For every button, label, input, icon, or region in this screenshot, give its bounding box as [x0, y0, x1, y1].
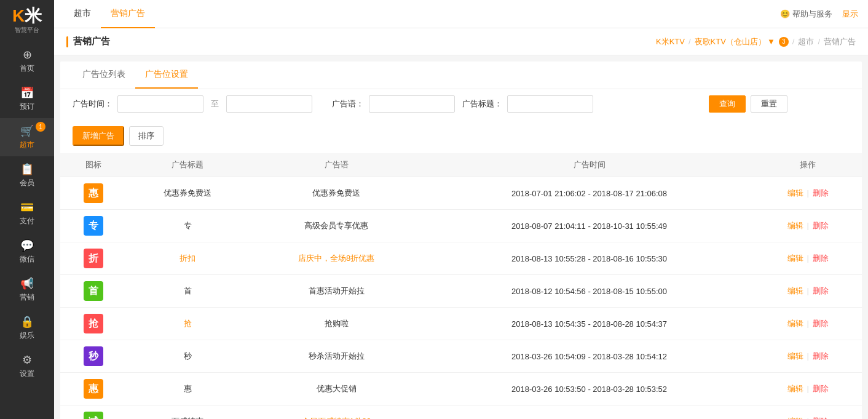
- delete-link-2[interactable]: 删除: [813, 253, 829, 263]
- cell-ops-1: 编辑 | 删除: [754, 210, 862, 242]
- cell-ops-0: 编辑 | 删除: [754, 177, 862, 210]
- tab-marketing-ad[interactable]: 营销广告: [101, 0, 155, 28]
- cell-slogan-5: 秒杀活动开始拉: [248, 340, 425, 373]
- sidebar-item-wechat[interactable]: 💬 微信: [0, 233, 54, 271]
- filter-time-to[interactable]: [226, 95, 312, 113]
- top-nav: 超市 营销广告 😊 帮助与服务 显示: [54, 0, 868, 28]
- table-actions: 新增广告 排序: [60, 119, 862, 153]
- cell-title-4: 抢: [127, 308, 248, 340]
- edit-link-4[interactable]: 编辑: [787, 319, 803, 328]
- filter-title-input[interactable]: [507, 95, 593, 113]
- cell-slogan-7: 今日百威特惠1件88: [248, 405, 425, 420]
- cell-title-0: 优惠券免费送: [127, 177, 248, 210]
- cell-slogan-0: 优惠券免费送: [248, 177, 425, 210]
- delete-link-7[interactable]: 删除: [813, 417, 829, 419]
- table-row: 首 首 首惠活动开始拉 2018-08-12 10:54:56 - 2018-0…: [60, 275, 862, 308]
- sidebar-label-member: 会员: [20, 178, 34, 188]
- cell-title-5: 秒: [127, 340, 248, 373]
- cell-title-1: 专: [127, 210, 248, 242]
- breadcrumb-ktv[interactable]: K米KTV: [656, 36, 685, 47]
- delete-link-5[interactable]: 删除: [813, 351, 829, 361]
- sidebar-item-payment[interactable]: 💳 支付: [0, 194, 54, 233]
- filter-time-from[interactable]: [117, 95, 203, 113]
- sidebar-item-booking[interactable]: 📅 预订: [0, 80, 54, 118]
- tab-supermarket[interactable]: 超市: [64, 0, 101, 28]
- icon-badge-1: 专: [84, 216, 103, 236]
- breadcrumb-store[interactable]: 夜歌KTV（仓山店） ▼: [695, 36, 775, 47]
- top-nav-right: 😊 帮助与服务 显示: [780, 9, 858, 20]
- sidebar-item-entertainment[interactable]: 🔒 娱乐: [0, 309, 54, 347]
- subnav-ad-settings[interactable]: 广告位设置: [135, 62, 198, 89]
- table-row: 专 专 高级会员专享优惠 2018-08-07 21:04:11 - 2018-…: [60, 210, 862, 242]
- settings-icon: ⚙: [22, 353, 32, 367]
- edit-link-2[interactable]: 编辑: [787, 253, 803, 263]
- filter-slogan-input[interactable]: [369, 95, 455, 113]
- table-row: 抢 抢 抢购啦 2018-08-13 10:54:35 - 2018-08-28…: [60, 308, 862, 340]
- op-sep-5: |: [807, 351, 809, 361]
- help-link[interactable]: 😊 帮助与服务: [780, 9, 832, 20]
- cell-time-1: 2018-08-07 21:04:11 - 2018-10-31 10:55:4…: [425, 210, 754, 242]
- op-sep-1: |: [807, 221, 809, 230]
- delete-link-3[interactable]: 删除: [813, 286, 829, 295]
- cell-time-5: 2018-03-26 10:54:09 - 2018-03-28 10:54:1…: [425, 340, 754, 373]
- help-icon: 😊: [780, 9, 790, 18]
- breadcrumb-sep3: /: [818, 37, 820, 46]
- cell-ops-7: 编辑 | 删除: [754, 405, 862, 420]
- cell-slogan-3: 首惠活动开始拉: [248, 275, 425, 308]
- sidebar-label-entertainment: 娱乐: [20, 330, 34, 341]
- cell-title-3: 首: [127, 275, 248, 308]
- delete-link-0[interactable]: 删除: [813, 188, 829, 198]
- sidebar-item-marketing[interactable]: 📢 营销: [0, 271, 54, 309]
- cell-slogan-6: 优惠大促销: [248, 373, 425, 405]
- reset-button[interactable]: 重置: [751, 95, 787, 113]
- sidebar-item-settings[interactable]: ⚙ 设置: [0, 347, 54, 385]
- table-row: 秒 秒 秒杀活动开始拉 2018-03-26 10:54:09 - 2018-0…: [60, 340, 862, 373]
- edit-link-0[interactable]: 编辑: [787, 188, 803, 198]
- table-row: 惠 惠 优惠大促销 2018-03-26 10:53:50 - 2018-03-…: [60, 373, 862, 405]
- sub-nav: 广告位列表 广告位设置: [60, 62, 862, 89]
- market-badge: 1: [36, 122, 45, 132]
- cell-icon-3: 首: [60, 275, 127, 308]
- icon-badge-6: 惠: [84, 379, 103, 399]
- cell-time-0: 2018-07-01 21:06:02 - 2018-08-17 21:06:0…: [425, 177, 754, 210]
- breadcrumb-sep2: /: [792, 37, 795, 46]
- edit-link-5[interactable]: 编辑: [787, 351, 803, 361]
- edit-link-6[interactable]: 编辑: [787, 384, 803, 393]
- query-button[interactable]: 查询: [709, 95, 746, 113]
- show-button[interactable]: 显示: [842, 9, 858, 20]
- sidebar-item-home[interactable]: ⊕ 首页: [0, 42, 54, 80]
- breadcrumb: K米KTV / 夜歌KTV（仓山店） ▼ 3 / 超市 / 营销广告: [656, 36, 856, 47]
- sidebar-item-market[interactable]: 🛒 超市 1: [0, 118, 54, 156]
- cell-icon-7: 减: [60, 405, 127, 420]
- edit-link-7[interactable]: 编辑: [787, 417, 803, 419]
- cell-ops-2: 编辑 | 删除: [754, 242, 862, 275]
- edit-link-3[interactable]: 编辑: [787, 286, 803, 295]
- subnav-ad-list[interactable]: 广告位列表: [73, 62, 135, 89]
- cell-slogan-4: 抢购啦: [248, 308, 425, 340]
- filter-time-sep: 至: [208, 98, 221, 110]
- cell-icon-2: 折: [60, 242, 127, 275]
- add-ad-button[interactable]: 新增广告: [73, 126, 124, 146]
- breadcrumb-badge: 3: [779, 37, 789, 47]
- delete-link-6[interactable]: 删除: [813, 384, 829, 393]
- cell-icon-0: 惠: [60, 177, 127, 210]
- op-sep-3: |: [807, 286, 809, 295]
- filter-slogan-label: 广告语：: [332, 98, 364, 110]
- sort-button[interactable]: 排序: [129, 126, 164, 146]
- market-icon: 🛒: [20, 124, 34, 138]
- col-slogan: 广告语: [248, 153, 425, 177]
- cell-ops-4: 编辑 | 删除: [754, 308, 862, 340]
- edit-link-1[interactable]: 编辑: [787, 221, 803, 230]
- wechat-icon: 💬: [20, 239, 34, 252]
- sidebar-item-member[interactable]: 📋 会员: [0, 156, 54, 194]
- filter-row-time: 广告时间： 至 广告语：: [73, 95, 455, 113]
- op-sep-2: |: [807, 253, 809, 263]
- sidebar-label-market: 超市: [20, 140, 34, 150]
- delete-link-1[interactable]: 删除: [813, 221, 829, 230]
- content-area: 营销广告 K米KTV / 夜歌KTV（仓山店） ▼ 3 / 超市 / 营销广告: [54, 28, 868, 419]
- delete-link-4[interactable]: 删除: [813, 319, 829, 328]
- cell-ops-6: 编辑 | 删除: [754, 373, 862, 405]
- table-row: 减 百威特惠 今日百威特惠1件88 2017-06-14 14:41:39 - …: [60, 405, 862, 420]
- icon-badge-3: 首: [84, 281, 103, 301]
- icon-badge-4: 抢: [84, 314, 103, 333]
